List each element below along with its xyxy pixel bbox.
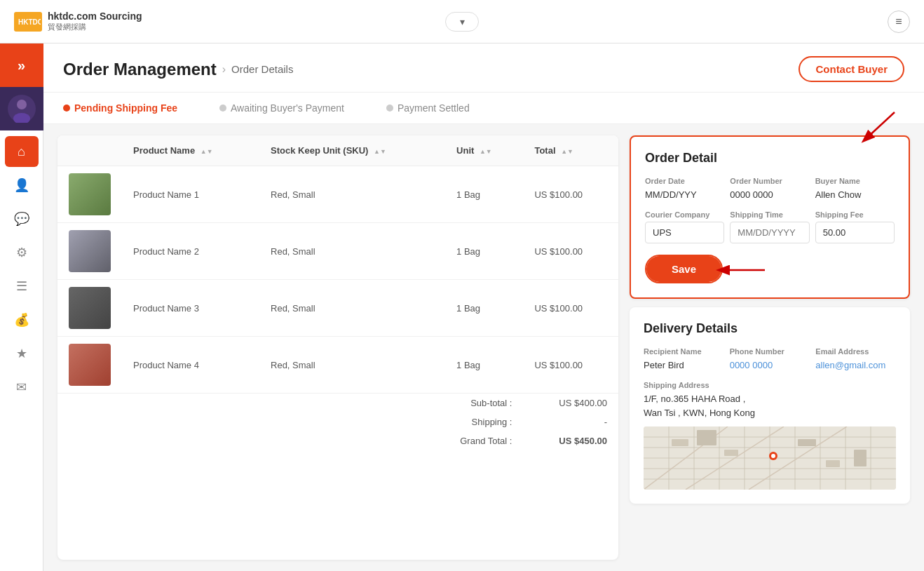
order-table: Product Name ▲▼ Stock Keep Unit (SKU) ▲▼…: [57, 135, 618, 450]
email-link[interactable]: allen@gmail.com: [815, 360, 885, 370]
subtotal-value: US $400.00: [523, 394, 618, 413]
sidebar-item-favorites[interactable]: ★: [5, 338, 39, 369]
product-total-1: US $100.00: [523, 166, 618, 223]
courier-company-label: Courier Company: [645, 210, 724, 219]
order-date-item: Order Date MM/DD/YYY: [645, 177, 724, 201]
svg-rect-28: [697, 430, 716, 445]
top-bar: HKTDC hktdc.com Sourcing 貿發網採購 ▾ ≡: [0, 0, 924, 43]
save-button-wrap: Save: [645, 255, 723, 283]
svg-rect-31: [826, 460, 840, 467]
menu-icon[interactable]: ≡: [888, 11, 910, 33]
collapse-button[interactable]: ▾: [445, 12, 479, 32]
status-step-pending: Pending Shipping Fee: [63, 102, 177, 114]
order-number-item: Order Number 0000 0000: [730, 177, 809, 201]
sidebar-expand[interactable]: »: [0, 43, 43, 87]
phone-link[interactable]: 0000 0000: [730, 360, 773, 370]
product-thumbnail-1: [69, 173, 111, 215]
courier-company-input[interactable]: [645, 222, 724, 243]
logo-area: HKTDC hktdc.com Sourcing 貿發網採購: [14, 11, 142, 32]
shipping-fee-input[interactable]: [815, 222, 895, 243]
product-image-cell: [57, 223, 122, 280]
shipping-time-field-wrap: Shipping Time: [730, 210, 809, 243]
col-total: Total ▲▼: [523, 135, 618, 166]
save-button[interactable]: Save: [646, 256, 721, 282]
shipping-row: Shipping : -: [57, 412, 618, 431]
col-sku: Stock Keep Unit (SKU) ▲▼: [259, 135, 445, 166]
col-product-name: Product Name ▲▼: [122, 135, 259, 166]
order-date-label: Order Date: [645, 177, 724, 185]
sidebar-item-messages[interactable]: 💬: [5, 203, 39, 234]
input-fields-row: Courier Company Shipping Time Shipping F…: [645, 210, 895, 243]
address-section: Shipping Address 1/F, no.365 HAHA Road ,…: [644, 381, 896, 419]
recipient-name-label: Recipient Name: [644, 347, 724, 356]
email-label: Email Address: [815, 347, 896, 356]
order-number-value: 0000 0000: [730, 189, 773, 200]
grand-total-value: US $450.00: [523, 431, 618, 450]
status-label-awaiting: Awaiting Buyer's Payment: [231, 102, 344, 114]
product-total-2: US $100.00: [523, 223, 618, 280]
sort-arrows-total[interactable]: ▲▼: [561, 148, 573, 155]
svg-text:HKTDC: HKTDC: [18, 18, 41, 26]
product-thumbnail-2: [69, 230, 111, 272]
product-unit-1: 1 Bag: [445, 166, 523, 223]
delivery-info-grid: Recipient Name Peter Bird Phone Number 0…: [644, 347, 896, 371]
courier-company-field-wrap: Courier Company: [645, 210, 724, 243]
table-row: Product Name 2 Red, Small 1 Bag US $100.…: [57, 223, 618, 280]
shipping-fee-label: Shipping Fee: [815, 210, 895, 219]
product-unit-3: 1 Bag: [445, 280, 523, 337]
sidebar-nav: ⌂ 👤 💬 ⚙ ☰ 💰 ★ ✉: [5, 130, 39, 571]
page-title-area: Order Management › Order Details: [63, 60, 293, 79]
svg-line-6: [867, 112, 895, 138]
page-header: Order Management › Order Details Contact…: [43, 43, 924, 93]
product-name-3: Product Name 3: [122, 280, 259, 337]
sidebar: » ⌂ 👤 💬 ⚙ ☰ 💰 ★ ✉: [0, 43, 43, 571]
buyer-name-label: Buyer Name: [815, 177, 895, 185]
col-unit: Unit ▲▼: [445, 135, 523, 166]
svg-rect-27: [672, 439, 688, 446]
sidebar-item-list[interactable]: ☰: [5, 271, 39, 302]
order-detail-title: Order Detail: [645, 151, 895, 166]
product-thumbnail-3: [69, 287, 111, 329]
table-row: Product Name 1 Red, Small 1 Bag US $100.…: [57, 166, 618, 223]
sort-arrows-name[interactable]: ▲▼: [201, 148, 213, 155]
col-image: [57, 135, 122, 166]
sidebar-item-settings[interactable]: ⚙: [5, 237, 39, 268]
product-sku-4: Red, Small: [259, 337, 445, 394]
svg-point-34: [771, 454, 775, 458]
sidebar-item-home[interactable]: ⌂: [5, 136, 39, 167]
shipping-time-input[interactable]: [730, 222, 809, 243]
sort-arrows-sku[interactable]: ▲▼: [374, 148, 386, 155]
sort-arrows-unit[interactable]: ▲▼: [480, 148, 492, 155]
delivery-detail-card: Delivery Details Recipient Name Peter Bi…: [630, 307, 910, 504]
map-svg: [644, 426, 896, 490]
product-name-4: Product Name 4: [122, 337, 259, 394]
sidebar-item-money[interactable]: 💰: [5, 304, 39, 335]
address-label: Shipping Address: [644, 381, 896, 389]
product-thumbnail-4: [69, 344, 111, 386]
buyer-name-item: Buyer Name Allen Chow: [815, 177, 895, 201]
save-button-border: Save: [645, 255, 723, 283]
product-sku-2: Red, Small: [259, 223, 445, 280]
svg-point-3: [17, 100, 27, 109]
sidebar-item-profile[interactable]: 👤: [5, 170, 39, 201]
email-item: Email Address allen@gmail.com: [815, 347, 896, 371]
buyer-name-value: Allen Chow: [815, 189, 862, 200]
product-unit-4: 1 Bag: [445, 337, 523, 394]
contact-buyer-button[interactable]: Contact Buyer: [799, 56, 904, 82]
product-name-2: Product Name 2: [122, 223, 259, 280]
status-bar: Pending Shipping Fee Awaiting Buyer's Pa…: [43, 93, 924, 124]
page-title: Order Management: [63, 60, 217, 79]
order-info-grid: Order Date MM/DD/YYY Order Number 0000 0…: [645, 177, 895, 201]
shipping-value: -: [523, 412, 618, 431]
order-table-card: Product Name ▲▼ Stock Keep Unit (SKU) ▲▼…: [57, 135, 618, 560]
logo-image: HKTDC: [14, 12, 42, 32]
status-label-settled: Payment Settled: [398, 102, 470, 114]
sidebar-item-mail[interactable]: ✉: [5, 372, 39, 403]
status-step-settled: Payment Settled: [386, 102, 470, 114]
order-date-value: MM/DD/YYY: [645, 189, 697, 200]
status-label-pending: Pending Shipping Fee: [74, 102, 177, 114]
grand-total-row: Grand Total : US $450.00: [57, 431, 618, 450]
product-image-cell: [57, 280, 122, 337]
product-total-3: US $100.00: [523, 280, 618, 337]
map-placeholder: [644, 426, 896, 490]
